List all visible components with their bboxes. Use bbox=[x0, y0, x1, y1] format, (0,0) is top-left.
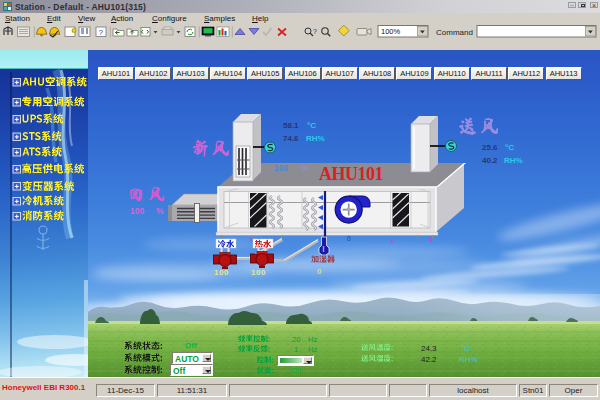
svg-text:0: 0 bbox=[347, 235, 351, 242]
